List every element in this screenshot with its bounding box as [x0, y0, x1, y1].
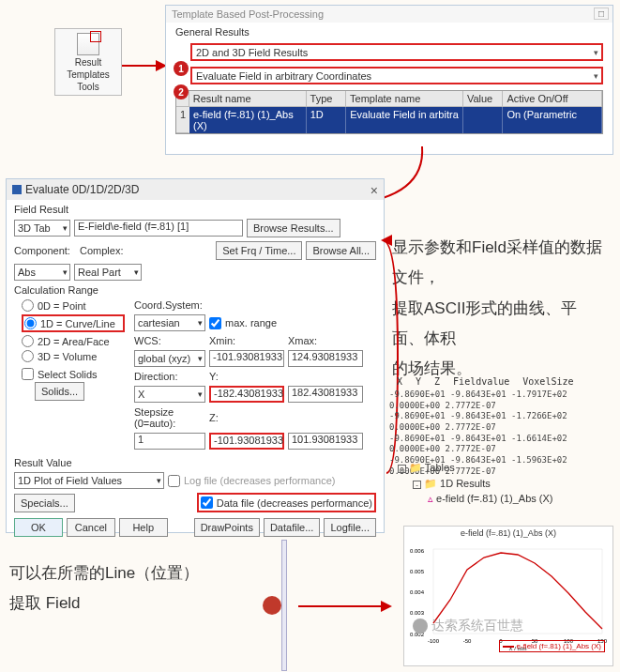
col-val: Value [463, 91, 504, 107]
wcs-label: WCS: [134, 335, 205, 346]
svg-text:0.004: 0.004 [410, 589, 425, 595]
specials-button[interactable]: Specials... [14, 494, 75, 512]
y-label: Y: [209, 371, 284, 382]
coord-sys-label: Coord.System: [134, 299, 205, 311]
col-type: Type [307, 91, 347, 107]
browse-results-button[interactable]: Browse Results... [247, 219, 340, 237]
result-table: Result name Type Template name Value Act… [175, 90, 603, 134]
radio-0d[interactable]: 0D = Point [22, 299, 125, 312]
tool-label-3: Tools [77, 82, 98, 92]
result-tree: -📁 Tables -📁 1D Results ▵ e-field (f=.81… [398, 460, 552, 507]
y2-input[interactable]: 182.43081933 [288, 386, 363, 403]
result-chart: e-field (f=.81) (1)_Abs (X) 0.002 0.003 … [403, 526, 613, 666]
chart-plot: 0.002 0.003 0.004 0.005 0.006 -100 -50 0… [404, 540, 612, 652]
field-result-label: Field Result [14, 204, 376, 215]
radio-2d[interactable]: 2D = Area/Face [22, 335, 125, 347]
svg-text:-50: -50 [463, 638, 472, 644]
tree-1d-results[interactable]: -📁 1D Results [398, 476, 552, 492]
annotation-text: 显示参数和Field采样值的数据文件，提取ASCII形式的曲线、平面、体积的场结… [392, 233, 608, 384]
complex-select[interactable]: Real Part▾ [74, 264, 142, 281]
field-path-input[interactable]: E-Field\e-field (f=.81) [1] [74, 220, 243, 237]
browse-all-button[interactable]: Browse All... [306, 241, 376, 260]
direction-select[interactable]: X▾ [134, 386, 205, 403]
drawpoints-button[interactable]: DrawPoints [194, 518, 260, 537]
svg-text:0.003: 0.003 [410, 610, 425, 616]
logfile-button[interactable]: Logfile... [324, 518, 376, 537]
calc-range-label: Calculation Range [14, 284, 376, 296]
tree-item[interactable]: ▵ e-field (f=.81) (1)_Abs (X) [398, 491, 552, 507]
dropdown-evaluate-field[interactable]: Evaluate Field in arbitrary Coordinates▾ [190, 67, 603, 84]
col-act: Active On/Off [503, 91, 602, 107]
geometry-probe-icon [263, 596, 281, 615]
set-frq-button[interactable]: Set Frq / Time... [216, 241, 302, 260]
help-button[interactable]: Help [119, 518, 168, 537]
chevron-down-icon: ▾ [594, 71, 598, 81]
radio-1d[interactable]: 1D = Curve/Line [22, 314, 125, 332]
app-icon [12, 185, 22, 194]
dialog-title: Template Based Post-Processing [166, 6, 612, 23]
y-input[interactable]: -182.43081933 [209, 386, 284, 403]
xmin-input[interactable]: -101.93081933 [209, 350, 284, 367]
radio-3d[interactable]: 3D = Volume [22, 350, 125, 362]
template-icon [77, 33, 99, 55]
component-select[interactable]: Abs▾ [14, 264, 70, 281]
xmax-label: Xmax: [288, 335, 363, 346]
tab-select[interactable]: 3D Tab▾ [14, 220, 70, 237]
svg-text:0.006: 0.006 [410, 548, 425, 554]
dropdown-field-results[interactable]: 2D and 3D Field Results▾ [190, 43, 603, 61]
stepsize-input[interactable]: 1 [134, 433, 205, 450]
template-dialog: Template Based Post-Processing □ General… [165, 5, 613, 155]
max-range-check[interactable]: max. range [209, 317, 277, 329]
wechat-icon [413, 619, 428, 634]
logfile-check[interactable]: Log file (decreases performance) [168, 475, 335, 487]
z-label: Z: [209, 412, 284, 423]
z2-input[interactable]: 101.93081933 [288, 433, 363, 450]
watermark: 达索系统百世慧 [413, 618, 523, 634]
component-label: Component: [14, 245, 76, 256]
direction-label: Direction: [134, 371, 205, 382]
tool-label-2: Templates [67, 69, 110, 80]
plot-select[interactable]: 1D Plot of Field Values▾ [14, 472, 164, 489]
tool-label-1: Result [75, 57, 101, 68]
select-solids-check[interactable]: Select Solids [22, 368, 125, 380]
evaluate-field-dialog: Evaluate 0D/1D/2D/3D × Field Result 3D T… [6, 178, 385, 533]
chevron-down-icon: ▾ [594, 48, 598, 57]
svg-text:0.005: 0.005 [410, 569, 425, 574]
xmax-input[interactable]: 124.93081933 [288, 350, 363, 367]
table-row[interactable]: 1 e-field (f=.81) (1)_Abs (X) 1D Evaluat… [176, 107, 602, 133]
xmin-label: Xmin: [209, 335, 284, 346]
chart-legend: e-field (f=.81) (1)_Abs (X) [499, 640, 605, 652]
coord-select[interactable]: cartesian▾ [134, 314, 205, 331]
ok-button[interactable]: OK [14, 518, 63, 537]
annotation-text-2: 可以在所需的Line（位置）提取 Field [9, 558, 234, 619]
stepsize-label: Stepsize (0=auto): [134, 406, 205, 429]
datafile-check[interactable]: Data file (decreases performance) [197, 493, 376, 512]
close-icon[interactable]: × [370, 183, 378, 198]
chart-title: e-field (f=.81) (1)_Abs (X) [404, 527, 612, 540]
section-label: General Results [166, 23, 612, 43]
dialog-title: Evaluate 0D/1D/2D/3D [7, 179, 384, 200]
cancel-button[interactable]: Cancel [67, 518, 115, 537]
svg-text:-100: -100 [428, 638, 440, 644]
step-badge-2: 2 [174, 84, 189, 99]
complex-label: Complex: [80, 245, 142, 256]
tree-tables[interactable]: -📁 Tables [398, 460, 552, 476]
col-name: Result name [189, 91, 307, 107]
result-templates-tools-button[interactable]: Result Templates Tools [54, 28, 122, 96]
solids-button[interactable]: Solids... [35, 382, 84, 401]
z-input[interactable]: -101.93081933 [209, 433, 284, 450]
col-tpl: Template name [346, 91, 463, 107]
geometry-line [281, 540, 287, 671]
datafile-button[interactable]: Datafile... [264, 518, 320, 537]
step-badge-1: 1 [174, 61, 189, 76]
result-value-label: Result Value [14, 457, 376, 468]
wcs-select[interactable]: global (xyz)▾ [134, 350, 205, 367]
close-button[interactable]: □ [594, 8, 609, 20]
